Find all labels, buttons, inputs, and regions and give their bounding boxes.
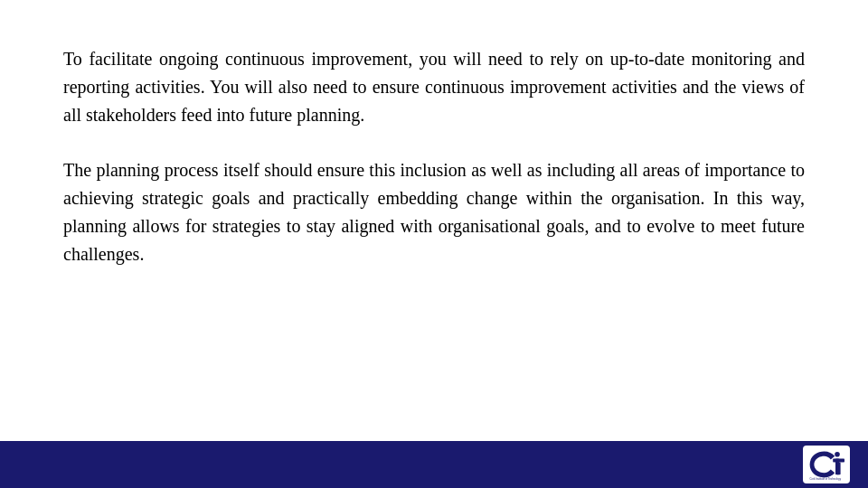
logo-container: Cork Institute of Technology bbox=[803, 446, 850, 483]
svg-rect-3 bbox=[837, 463, 841, 475]
paragraph-2: The planning process itself should ensur… bbox=[63, 156, 805, 268]
cit-logo-icon: Cork Institute of Technology bbox=[808, 448, 844, 481]
content-area: To facilitate ongoing continuous improve… bbox=[0, 0, 868, 488]
footer-bar: Cork Institute of Technology bbox=[0, 441, 868, 488]
svg-rect-2 bbox=[833, 459, 844, 463]
svg-point-0 bbox=[835, 452, 840, 457]
svg-text:Cork Institute of Technology: Cork Institute of Technology bbox=[810, 477, 842, 481]
slide-container: To facilitate ongoing continuous improve… bbox=[0, 0, 868, 488]
paragraph-1: To facilitate ongoing continuous improve… bbox=[63, 45, 805, 129]
